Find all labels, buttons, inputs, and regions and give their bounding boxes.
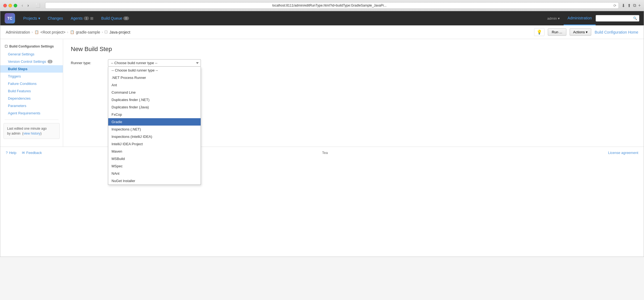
dropdown-option-11[interactable]: Maven: [108, 148, 201, 155]
dropdown-option-6[interactable]: FxCop: [108, 111, 201, 118]
sidebar-item-agent-requirements[interactable]: Agent Requirements: [0, 109, 63, 117]
search-wrap: 🔍: [596, 15, 639, 22]
breadcrumb-root-project[interactable]: <Root project>: [40, 30, 66, 34]
window-toggle-button[interactable]: ⬜: [33, 3, 42, 8]
sidebar-item-vcs-settings[interactable]: Version Control Settings 1: [0, 58, 63, 65]
breadcrumb-bar: Administration › 📋 <Root project> › 📋 gr…: [0, 25, 644, 39]
dropdown-list[interactable]: -- Choose build runner type --.NET Proce…: [108, 67, 201, 185]
content-area: New Build Step Runner type: -- Choose bu…: [63, 39, 644, 147]
nav-user: admin ▾: [543, 16, 564, 20]
search-input[interactable]: [596, 15, 639, 22]
page-title: New Build Step: [71, 46, 636, 53]
main-content: ☐ Build Configuration Settings General S…: [0, 39, 644, 147]
select-display[interactable]: -- Choose build runner type --: [108, 59, 201, 67]
java-project-icon: ☐: [104, 30, 108, 34]
close-button[interactable]: [3, 4, 7, 7]
breadcrumb-administration[interactable]: Administration: [6, 30, 30, 34]
license-link[interactable]: License agreement: [608, 151, 638, 155]
dropdown-overlay: -- Choose build runner type --.NET Proce…: [108, 67, 201, 185]
help-icon: ?: [6, 151, 8, 155]
actions-button[interactable]: Actions ▾: [570, 28, 592, 36]
sidebar-button[interactable]: ⧉: [633, 3, 636, 8]
dropdown-option-13[interactable]: MSpec: [108, 162, 201, 170]
help-link[interactable]: ? Help: [6, 151, 16, 155]
sidebar-item-dependencies[interactable]: Dependencies: [0, 95, 63, 102]
nav-build-queue[interactable]: Build Queue 0: [97, 11, 133, 25]
runner-type-dropdown-container[interactable]: -- Choose build runner type -- -- Choose…: [108, 59, 201, 67]
address-bar[interactable]: localhost:8111/admin/editRunType.html?id…: [45, 2, 619, 9]
app-window: TC Projects ▾ Changes Agents 1 ⊞ Build Q…: [0, 11, 644, 257]
maximize-button[interactable]: [14, 4, 17, 7]
dropdown-option-12[interactable]: MSBuild: [108, 155, 201, 162]
nav-administration[interactable]: Administration: [564, 11, 596, 25]
nav-changes[interactable]: Changes: [44, 11, 67, 25]
nav-agents[interactable]: Agents 1 ⊞: [67, 11, 98, 25]
top-nav: TC Projects ▾ Changes Agents 1 ⊞ Build Q…: [0, 11, 644, 25]
runner-type-label: Runner type:: [71, 59, 104, 65]
agents-badge: 1: [84, 16, 89, 20]
breadcrumb-actions: 💡 Run ... Actions ▾ Build Configuration …: [534, 28, 638, 36]
dropdown-option-4[interactable]: Duplicates finder (.NET): [108, 96, 201, 103]
dropdown-option-7[interactable]: Gradle: [108, 118, 201, 126]
footer: ? Help ✉ Feedback Tea License agreement: [0, 147, 644, 159]
forward-button[interactable]: ›: [26, 2, 30, 8]
browser-chrome: ‹ › ⬜ localhost:8111/admin/editRunType.h…: [0, 0, 644, 11]
sidebar-info-box: Last edited one minute ago by admin (vie…: [4, 123, 60, 139]
sidebar-item-build-steps[interactable]: Build Steps: [0, 65, 63, 73]
traffic-lights: [3, 4, 17, 7]
root-project-icon: 📋: [34, 30, 39, 34]
dropdown-option-9[interactable]: Inspections (IntelliJ IDEA): [108, 133, 201, 140]
footer-tea: Tea: [322, 151, 328, 155]
sidebar-item-triggers[interactable]: Triggers: [0, 73, 63, 80]
vcs-badge: 1: [48, 60, 52, 63]
bulb-button[interactable]: 💡: [534, 28, 545, 36]
back-button[interactable]: ‹: [20, 2, 25, 8]
breadcrumb-current: Java-project: [109, 30, 130, 34]
browser-actions: ⬇ ⬆ ⧉ +: [622, 3, 641, 8]
download-button[interactable]: ⬇: [622, 3, 625, 8]
dropdown-option-14[interactable]: NAnt: [108, 170, 201, 177]
nav-arrows: ‹ ›: [20, 2, 31, 8]
add-tab-button[interactable]: +: [638, 3, 641, 8]
sidebar-item-parameters[interactable]: Parameters: [0, 102, 63, 109]
dropdown-option-1[interactable]: .NET Process Runner: [108, 74, 201, 81]
sidebar: ☐ Build Configuration Settings General S…: [0, 39, 63, 147]
reload-button[interactable]: ⟳: [613, 4, 616, 8]
sidebar-item-general-settings[interactable]: General Settings: [0, 51, 63, 58]
gradle-sample-icon: 📋: [70, 30, 74, 34]
sidebar-divider: [5, 120, 58, 120]
search-icon: 🔍: [633, 16, 637, 20]
dropdown-option-0[interactable]: -- Choose build runner type --: [108, 67, 201, 74]
minimize-button[interactable]: [8, 4, 12, 7]
sidebar-item-build-features[interactable]: Build Features: [0, 87, 63, 95]
feedback-icon: ✉: [22, 151, 25, 155]
dropdown-option-3[interactable]: Command Line: [108, 89, 201, 96]
select-wrapper[interactable]: -- Choose build runner type --: [108, 59, 201, 67]
dropdown-option-15[interactable]: NuGet Installer: [108, 177, 201, 185]
view-history-link[interactable]: view history: [23, 132, 40, 135]
feedback-link[interactable]: ✉ Feedback: [22, 151, 42, 155]
breadcrumb-gradle-sample[interactable]: gradle-sample: [76, 30, 100, 34]
sidebar-item-failure-conditions[interactable]: Failure Conditions: [0, 80, 63, 87]
dropdown-option-8[interactable]: Inspections (.NET): [108, 126, 201, 133]
run-button[interactable]: Run ...: [548, 28, 566, 36]
url-text: localhost:8111/admin/editRunType.html?id…: [272, 4, 387, 7]
breadcrumb: Administration › 📋 <Root project> › 📋 gr…: [6, 30, 130, 34]
tc-logo: TC: [5, 13, 15, 23]
sidebar-section-title: ☐ Build Configuration Settings: [0, 43, 63, 51]
dropdown-arrow-icon: [196, 62, 199, 64]
queue-badge: 0: [123, 16, 129, 20]
runner-type-row: Runner type: -- Choose build runner type…: [71, 59, 636, 67]
nav-projects[interactable]: Projects ▾: [19, 11, 44, 25]
dropdown-option-2[interactable]: Ant: [108, 81, 201, 89]
dropdown-option-10[interactable]: IntelliJ IDEA Project: [108, 140, 201, 148]
build-config-home-link[interactable]: Build Configuration Home: [595, 30, 638, 34]
dropdown-option-5[interactable]: Duplicates finder (Java): [108, 103, 201, 111]
share-button[interactable]: ⬆: [627, 3, 631, 8]
